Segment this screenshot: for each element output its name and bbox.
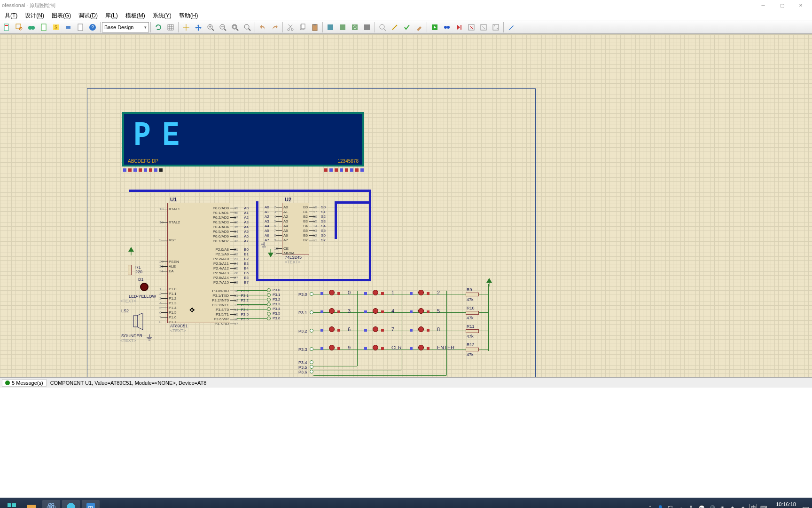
tool-zoom-in-icon[interactable] [205, 22, 216, 33]
keypad-btn-4[interactable]: 4 [368, 309, 391, 318]
tool-zoom-region-icon[interactable] [14, 22, 25, 33]
tool-pick-icon[interactable] [377, 22, 388, 33]
tool-redo-icon[interactable] [269, 22, 281, 33]
chip-u1[interactable]: U1 AT89C51 <TEXT> 19 XTAL118 XTAL29 RST2… [167, 203, 230, 323]
schematic-canvas[interactable]: P E ABCDEFG DP 12345678 U1 AT89C51 <TEXT… [0, 34, 812, 377]
tool-net1-icon[interactable] [478, 22, 489, 33]
tray-vol-icon[interactable]: 🔊 [708, 504, 716, 508]
keypad-col-port-1[interactable] [310, 365, 313, 369]
tool-redraw-icon[interactable] [153, 22, 164, 33]
tool-net2-icon[interactable] [490, 22, 501, 33]
menu-n[interactable]: 设计(N) [21, 11, 48, 21]
tool-hammer-icon[interactable] [414, 22, 425, 33]
tool-step-icon[interactable] [453, 22, 465, 33]
port-P3.5[interactable] [267, 312, 271, 316]
keypad-btn-1[interactable]: 1 [368, 291, 391, 299]
start-button[interactable] [3, 500, 21, 508]
R10-body[interactable] [466, 311, 479, 315]
tray-app3-icon[interactable]: ✦ [739, 504, 747, 508]
menu-h[interactable]: 帮助(H) [175, 11, 202, 21]
keypad-row-port-0[interactable] [310, 292, 313, 296]
taskbar-clock[interactable]: 10:16:18 2021/7/30 [769, 501, 800, 508]
tool-money-icon[interactable]: $ [50, 22, 62, 33]
messages-button[interactable]: 5 Message(s) [2, 379, 47, 387]
tool-block-delete-icon[interactable] [361, 22, 373, 33]
tool-stop-icon[interactable] [466, 22, 477, 33]
led-d1[interactable] [140, 283, 148, 291]
tool-wand-icon[interactable] [389, 22, 400, 33]
keypad-row-port-3[interactable] [310, 347, 313, 351]
keypad-btn-2[interactable]: 2 [414, 291, 437, 299]
menu-m[interactable]: 模板(M) [122, 11, 149, 21]
keypad-btn-CLR[interactable]: CLR [368, 346, 391, 354]
keypad-btn-6[interactable]: 6 [324, 327, 348, 336]
keypad-btn-7[interactable]: 7 [368, 327, 391, 336]
close-button[interactable]: ✕ [791, 0, 810, 10]
tray-shield-icon[interactable]: 🛡 [667, 504, 674, 508]
tool-doc1-icon[interactable] [38, 22, 49, 33]
keypad-btn-0[interactable]: 0 [324, 291, 348, 299]
tray-app1-icon[interactable]: ◉ [718, 504, 726, 508]
port-P3.6[interactable] [267, 317, 271, 320]
tool-zoom-out-icon[interactable] [217, 22, 228, 33]
keypad-col-port-2[interactable] [310, 370, 313, 373]
menu-l[interactable]: 库(L) [102, 11, 122, 21]
tool-help-icon[interactable]: ? [87, 22, 98, 33]
keypad-row-port-2[interactable] [310, 329, 313, 333]
port-P3.3[interactable] [267, 302, 271, 306]
port-P3.2[interactable] [267, 298, 271, 302]
R12-body[interactable] [466, 348, 479, 351]
tray-keyboard-icon[interactable]: ⌨ [760, 504, 767, 508]
menu-d[interactable]: 调试(D) [75, 11, 102, 21]
tool-zoom-all-icon[interactable] [229, 22, 241, 33]
tool-origin-icon[interactable] [180, 22, 192, 33]
taskbar-app-atom[interactable] [42, 500, 60, 508]
port-P3.1[interactable] [267, 293, 271, 297]
tool-find-icon[interactable] [441, 22, 453, 33]
keypad-row-port-1[interactable] [310, 310, 313, 314]
design-level-combo[interactable]: Base Design ▾ [102, 22, 149, 32]
tool-undo-icon[interactable] [257, 22, 268, 33]
sounder-icon[interactable] [133, 313, 146, 333]
taskbar-app-files[interactable] [23, 500, 40, 508]
menu-t[interactable]: 具(T) [1, 11, 21, 21]
tool-cut-icon[interactable] [285, 22, 296, 33]
tool-binoculars-icon[interactable] [26, 22, 37, 33]
keypad-btn-ENTER[interactable]: ENTER [414, 346, 437, 354]
tool-copy-icon[interactable] [297, 22, 308, 33]
chip-u2[interactable]: U2 74LS245 <TEXT> 2 A0 A03 A1 A14 A2 A25… [282, 203, 309, 254]
tray-cloud-icon[interactable]: ☁ [677, 504, 685, 508]
R11-body[interactable] [466, 329, 479, 333]
keypad-btn-3[interactable]: 3 [324, 309, 348, 318]
keypad-col-port-0[interactable] [310, 360, 313, 364]
maximize-button[interactable]: ▢ [773, 0, 791, 10]
tool-paste-icon[interactable] [309, 22, 320, 33]
keypad-btn-8[interactable]: 8 [414, 327, 437, 336]
tool-block-rotate-icon[interactable] [349, 22, 360, 33]
port-P3.4[interactable] [267, 307, 271, 311]
taskbar-app-m[interactable]: m [82, 500, 100, 508]
keypad-btn-5[interactable]: 5 [414, 309, 437, 318]
tool-grid-icon[interactable] [165, 22, 176, 33]
tool-run-icon[interactable] [429, 22, 440, 33]
menu-g[interactable]: 图表(G) [48, 11, 75, 21]
menu-y[interactable]: 系统(Y) [149, 11, 175, 21]
tool-pan-icon[interactable] [193, 22, 204, 33]
tool-pen-icon[interactable] [506, 22, 517, 33]
tray-app2-icon[interactable]: ◆ [729, 504, 736, 508]
tool-doc2-icon[interactable] [75, 22, 86, 33]
notifications-button[interactable]: ▭ [802, 500, 809, 508]
tool-zoom-area-icon[interactable] [242, 22, 253, 33]
tool-block-move-icon[interactable] [337, 22, 348, 33]
taskbar-app-chat[interactable] [62, 500, 80, 508]
keypad-btn-9[interactable]: 9 [324, 346, 348, 354]
tool-chip-icon[interactable] [62, 22, 74, 33]
R9-body[interactable] [466, 293, 479, 296]
seven-segment-display[interactable]: P E ABCDEFG DP 12345678 [122, 112, 364, 167]
tray-msg-icon[interactable]: 💬 [698, 504, 705, 508]
r1-body[interactable] [128, 265, 132, 275]
tray-up-icon[interactable]: ˄ [646, 504, 654, 508]
tray-ime[interactable]: 中 [750, 504, 757, 508]
tray-user-icon[interactable]: 👤 [656, 504, 664, 508]
port-P3.0[interactable] [267, 288, 271, 292]
